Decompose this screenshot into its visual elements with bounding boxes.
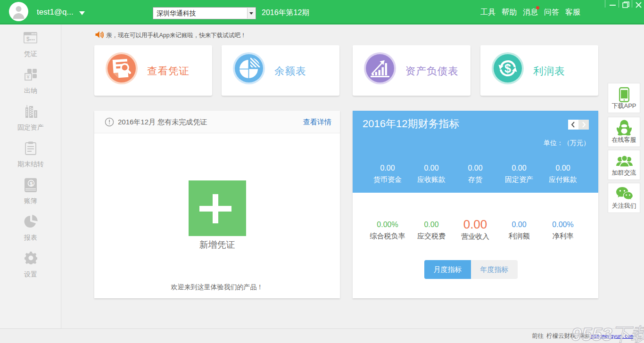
svg-text:$: $: [26, 36, 30, 42]
svg-text:$: $: [504, 62, 511, 75]
svg-text:¥: ¥: [26, 74, 30, 80]
svg-text:$: $: [30, 181, 33, 187]
